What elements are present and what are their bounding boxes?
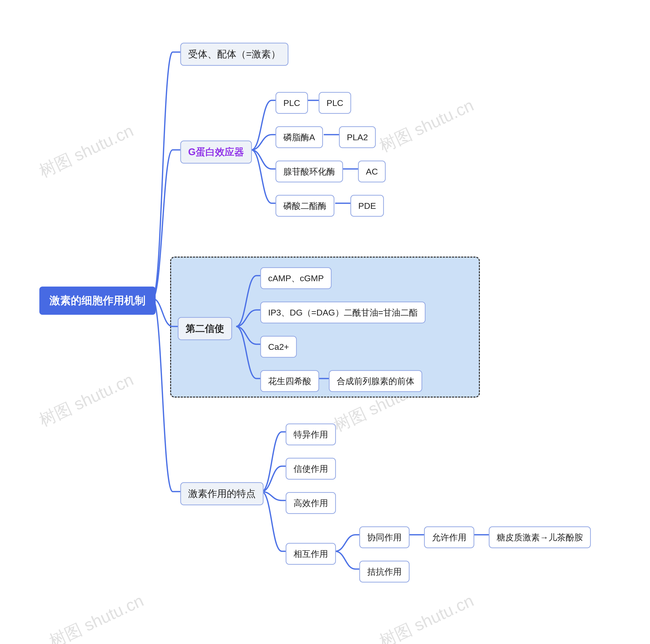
watermark: 树图 shutu.cn [36, 368, 137, 432]
branch-g-protein-effector[interactable]: G蛋白效应器 [180, 140, 252, 164]
leaf-ac[interactable]: AC [358, 161, 386, 182]
mindmap-canvas: 树图 shutu.cn 树图 shutu.cn 树图 shutu.cn 树图 s… [0, 0, 650, 644]
leaf-adenylate-cyclase[interactable]: 腺苷酸环化酶 [276, 161, 343, 182]
leaf-camp-cgmp[interactable]: cAMP、cGMP [260, 267, 332, 289]
watermark: 树图 shutu.cn [46, 589, 147, 644]
leaf-phospholipase-a[interactable]: 磷脂酶A [276, 126, 323, 148]
leaf-ip3-dag[interactable]: IP3、DG（=DAG）二酰甘油=甘油二酯 [260, 302, 426, 324]
leaf-phosphodiesterase[interactable]: 磷酸二酯酶 [276, 195, 334, 217]
leaf-interaction[interactable]: 相互作用 [286, 543, 336, 565]
leaf-specific-action[interactable]: 特异作用 [286, 423, 336, 445]
leaf-pla2[interactable]: PLA2 [339, 126, 376, 148]
leaf-pde[interactable]: PDE [350, 195, 384, 217]
leaf-antagonistic-action[interactable]: 拮抗作用 [359, 561, 409, 582]
branch-receptor-ligand[interactable]: 受体、配体（=激素） [180, 43, 288, 66]
leaf-ca2plus[interactable]: Ca2+ [260, 336, 297, 358]
leaf-permissive-action[interactable]: 允许作用 [424, 527, 474, 548]
branch-hormone-action-features[interactable]: 激素作用的特点 [180, 482, 263, 505]
leaf-plc-sub[interactable]: PLC [319, 92, 351, 114]
watermark: 树图 shutu.cn [36, 120, 137, 183]
leaf-arachidonic-acid[interactable]: 花生四希酸 [260, 370, 319, 392]
watermark: 树图 shutu.cn [376, 589, 477, 644]
leaf-prostaglandin-precursor[interactable]: 合成前列腺素的前体 [329, 370, 422, 392]
leaf-synergistic-action[interactable]: 协同作用 [359, 527, 409, 548]
leaf-messenger-action[interactable]: 信使作用 [286, 458, 336, 480]
watermark: 树图 shutu.cn [376, 94, 477, 158]
root-node[interactable]: 激素的细胞作用机制 [39, 286, 156, 315]
leaf-high-efficiency-action[interactable]: 高效作用 [286, 492, 336, 514]
leaf-glucocorticoid-catecholamine[interactable]: 糖皮质激素→儿茶酚胺 [489, 527, 591, 548]
branch-second-messenger[interactable]: 第二信使 [178, 317, 232, 340]
leaf-plc[interactable]: PLC [276, 92, 308, 114]
